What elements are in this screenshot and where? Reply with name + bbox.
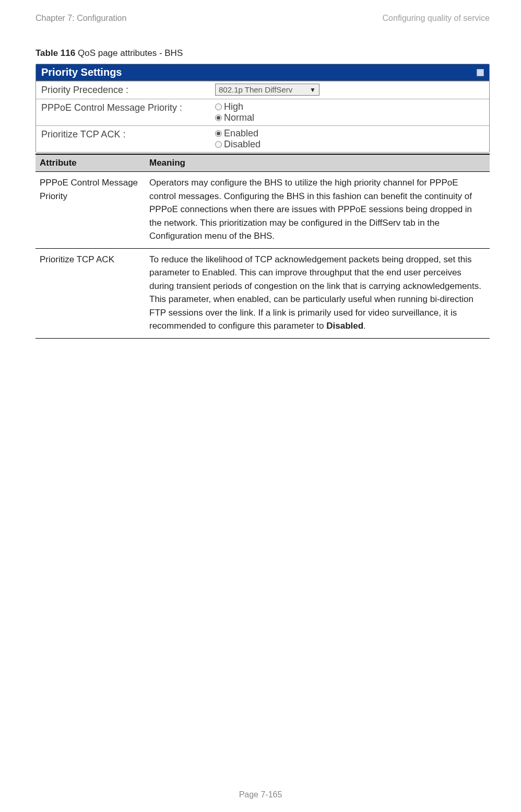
radio-icon	[215, 114, 222, 121]
th-meaning: Meaning	[145, 154, 490, 172]
table-header-row: Attribute Meaning	[35, 154, 490, 172]
header-left: Chapter 7: Configuration	[35, 14, 126, 23]
radio-icon	[215, 130, 222, 137]
priority-precedence-select[interactable]: 802.1p Then DiffServ ▼	[215, 84, 319, 96]
table-row: Prioritize TCP ACK To reduce the likelih…	[35, 248, 490, 338]
radio-label: High	[224, 101, 243, 112]
th-attribute: Attribute	[35, 154, 145, 172]
radio-pppoe-normal[interactable]: Normal	[215, 112, 485, 123]
cell-meaning: To reduce the likelihood of TCP acknowle…	[145, 248, 490, 338]
row-tcp-ack: Prioritize TCP ACK : Enabled Disabled	[36, 125, 489, 152]
radio-label: Enabled	[224, 128, 258, 139]
cell-attribute: PPPoE Control Message Priority	[35, 172, 145, 249]
meaning-bold: Disabled	[326, 321, 363, 331]
label-tcp-ack: Prioritize TCP ACK :	[36, 126, 211, 152]
label-pppoe-priority: PPPoE Control Message Priority :	[36, 99, 211, 125]
caption-rest: QoS page attributes - BHS	[75, 48, 183, 58]
radio-icon	[215, 103, 222, 110]
meaning-pre: To reduce the likelihood of TCP acknowle…	[149, 254, 481, 331]
page: Chapter 7: Configuration Configuring qua…	[0, 0, 521, 359]
table-caption: Table 116 QoS page attributes - BHS	[35, 48, 490, 59]
control-priority-precedence: 802.1p Then DiffServ ▼	[211, 82, 489, 99]
caption-bold: Table 116	[35, 48, 75, 58]
table-row: PPPoE Control Message Priority Operators…	[35, 172, 490, 249]
radio-label: Disabled	[224, 139, 260, 150]
panel-title-text: Priority Settings	[41, 66, 122, 78]
header-right: Configuring quality of service	[383, 14, 490, 23]
cell-attribute: Prioritize TCP ACK	[35, 248, 145, 338]
row-priority-precedence: Priority Precedence : 802.1p Then DiffSe…	[36, 81, 489, 99]
chevron-down-icon: ▼	[310, 86, 316, 94]
radio-tcp-disabled[interactable]: Disabled	[215, 139, 485, 150]
cell-meaning: Operators may configure the BHS to utili…	[145, 172, 490, 249]
page-header: Chapter 7: Configuration Configuring qua…	[35, 14, 490, 23]
control-tcp-ack: Enabled Disabled	[211, 126, 489, 152]
priority-precedence-value: 802.1p Then DiffServ	[219, 85, 292, 94]
control-pppoe-priority: High Normal	[211, 99, 489, 125]
meaning-post: .	[363, 321, 366, 331]
row-pppoe-priority: PPPoE Control Message Priority : High No…	[36, 99, 489, 125]
radio-icon	[215, 141, 222, 148]
collapse-icon[interactable]	[477, 69, 484, 76]
priority-settings-panel: Priority Settings Priority Precedence : …	[35, 64, 490, 153]
panel-title-bar: Priority Settings	[36, 64, 489, 81]
radio-pppoe-high[interactable]: High	[215, 101, 485, 112]
radio-label: Normal	[224, 112, 254, 123]
radio-tcp-enabled[interactable]: Enabled	[215, 128, 485, 139]
label-priority-precedence: Priority Precedence :	[36, 82, 211, 99]
attribute-table: Attribute Meaning PPPoE Control Message …	[35, 154, 490, 339]
page-footer: Page 7-165	[0, 790, 521, 799]
